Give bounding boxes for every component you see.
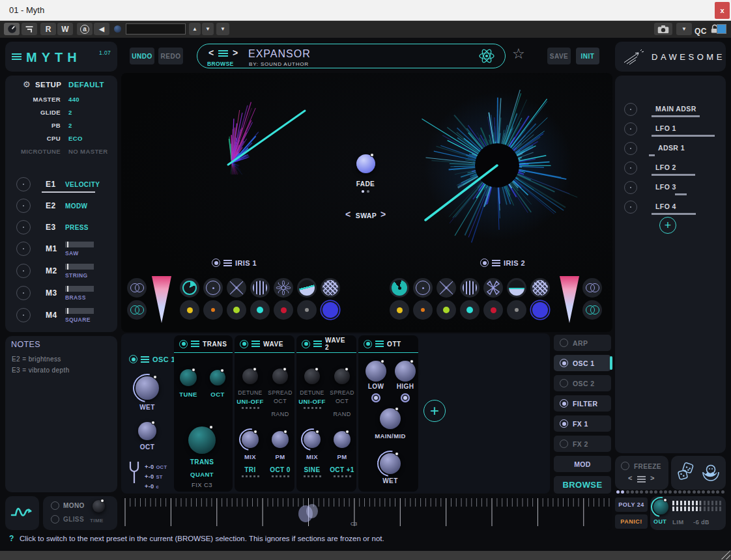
setting-value[interactable]: 440: [68, 96, 79, 103]
mod-label[interactable]: LFO 4: [655, 203, 676, 210]
weave-icon[interactable]: [321, 278, 340, 298]
macro-value[interactable]: VELOCITY: [65, 181, 100, 188]
limiter-value[interactable]: -6 dB: [693, 518, 710, 525]
preset-dropdown-button[interactable]: ▼: [216, 23, 229, 35]
main-menu-icon[interactable]: [12, 53, 22, 60]
wave1-octave-value[interactable]: OCT 0: [265, 466, 296, 473]
osc-wet-knob[interactable]: [136, 376, 159, 400]
auto-button[interactable]: a: [77, 23, 93, 35]
macro-value[interactable]: PRESS: [65, 224, 89, 231]
bypass-button[interactable]: [22, 23, 37, 35]
pinwheel-icon[interactable]: [437, 278, 456, 298]
color-dot-4-icon[interactable]: [460, 300, 480, 320]
stripes-icon[interactable]: [460, 278, 480, 298]
freeze-prev-icon[interactable]: <: [628, 474, 632, 482]
mod-depth-bar[interactable]: [675, 193, 687, 195]
setting-value[interactable]: NO MASTER: [68, 148, 108, 155]
freeze-next-icon[interactable]: >: [650, 474, 654, 482]
wave2-unison-value[interactable]: UNI-OFF: [296, 398, 328, 405]
freeze-panel[interactable]: FREEZE < >: [615, 456, 668, 490]
snapshot-button[interactable]: [654, 23, 672, 35]
mono-radio[interactable]: [51, 501, 59, 510]
tab-osc1[interactable]: OSC 1: [554, 355, 611, 371]
trans-fix-label[interactable]: FIX C3: [186, 481, 218, 488]
color-dot-5-icon[interactable]: [483, 300, 503, 320]
tab-radio-icon[interactable]: [560, 339, 568, 347]
color-dot-1-icon[interactable]: [390, 300, 409, 320]
tab-radio-icon[interactable]: [560, 379, 568, 387]
macro-knob-m2[interactable]: [16, 264, 31, 278]
module-radio-icon[interactable]: [240, 340, 248, 348]
power-button[interactable]: [4, 23, 20, 35]
add-module-button[interactable]: +: [423, 400, 446, 422]
macro-knob-e2[interactable]: [16, 199, 31, 213]
mod-label[interactable]: ADSR 1: [658, 144, 685, 152]
mod-label[interactable]: LFO 1: [655, 124, 676, 132]
wave2-wavetable-value[interactable]: SINE: [296, 466, 328, 473]
macro-knob-e1[interactable]: [16, 177, 31, 191]
wave1-unison-value[interactable]: UNI-OFF: [235, 398, 266, 405]
color-dot-5-icon[interactable]: [274, 300, 293, 320]
osc1-menu-icon[interactable]: [141, 356, 149, 363]
preset-prev-button[interactable]: ▲: [189, 23, 201, 35]
color-swatch[interactable]: [717, 24, 726, 34]
tab-osc2[interactable]: OSC 2: [554, 375, 611, 391]
ott-wet-knob[interactable]: [380, 453, 401, 474]
atom-icon[interactable]: [478, 47, 496, 65]
write-automation-button[interactable]: W: [57, 23, 73, 35]
module-menu-icon[interactable]: [191, 341, 199, 347]
module-radio-icon[interactable]: [364, 340, 372, 348]
preset-next-button[interactable]: ▼: [202, 23, 214, 35]
module-ott-header[interactable]: OTT: [358, 335, 418, 353]
wave1-spread-knob[interactable]: [272, 369, 288, 384]
preset-pill[interactable]: < > BROWSE EXPANSOR BY: SOUND AUTHOR: [197, 44, 506, 68]
pinwheel-icon[interactable]: [227, 278, 246, 298]
qc-label[interactable]: QC: [695, 27, 707, 36]
iris1-header[interactable]: IRIS 1: [212, 259, 257, 267]
mod-knob[interactable]: [624, 181, 637, 194]
color-dot-6-icon[interactable]: [507, 300, 526, 320]
macro-value[interactable]: MODW: [65, 203, 87, 210]
wave2-pm-knob[interactable]: [334, 431, 351, 448]
osc-oct-knob[interactable]: [138, 422, 156, 440]
iris2-menu-icon[interactable]: [492, 260, 500, 266]
color-dot-6-icon[interactable]: [297, 300, 317, 320]
prev-preset-icon[interactable]: <: [208, 48, 214, 58]
stripes-icon[interactable]: [250, 278, 270, 298]
browse-label[interactable]: BROWSE: [207, 61, 234, 67]
venn-cyan-icon[interactable]: [582, 300, 602, 320]
mod-knob[interactable]: [624, 122, 637, 135]
back-button[interactable]: ◀: [94, 23, 109, 35]
output-knob[interactable]: [653, 499, 668, 514]
wave1-wavetable-value[interactable]: TRI: [235, 466, 266, 473]
ott-high-knob[interactable]: [395, 361, 416, 382]
trans-quant-label[interactable]: QUANT: [186, 471, 218, 478]
ott-low-toggle[interactable]: [371, 393, 380, 402]
iris1-display[interactable]: [215, 83, 313, 175]
horizon-icon[interactable]: [507, 278, 526, 298]
wave1-rand-label[interactable]: RAND: [266, 411, 294, 417]
waveshape-panel[interactable]: [5, 496, 39, 530]
preset-search-input[interactable]: [126, 23, 186, 35]
wave1-detune-knob[interactable]: [242, 369, 258, 384]
ott-high-toggle[interactable]: [401, 393, 410, 402]
tab-arp[interactable]: ARP: [554, 335, 611, 351]
tab-fx1[interactable]: FX 1: [554, 415, 611, 432]
trans-oct-knob[interactable]: [210, 370, 225, 385]
module-wave2-header[interactable]: WAVE 2: [296, 335, 356, 353]
wave2-rand-label[interactable]: RAND: [328, 411, 356, 417]
module-menu-icon[interactable]: [375, 341, 384, 347]
wave2-spread-knob[interactable]: [334, 369, 350, 384]
lim-label[interactable]: LIM: [672, 518, 684, 525]
panic-button[interactable]: PANIC!: [615, 514, 648, 529]
trans-tune-knob[interactable]: [180, 369, 197, 386]
gliss-radio[interactable]: [51, 515, 59, 524]
ott-mainmid-knob[interactable]: [380, 408, 401, 429]
iris1-menu-icon[interactable]: [223, 260, 232, 266]
macro-knob-m1[interactable]: [16, 242, 31, 256]
tab-mod[interactable]: MOD: [554, 456, 611, 472]
wave1-mix-knob[interactable]: [242, 431, 259, 448]
mini-knob[interactable]: [114, 25, 121, 33]
wave2-oct-label[interactable]: OCT: [328, 398, 356, 404]
horizon-icon[interactable]: [297, 278, 317, 298]
